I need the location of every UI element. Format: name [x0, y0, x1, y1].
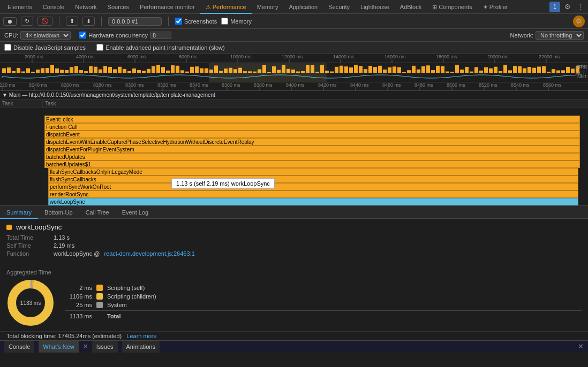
upload-button[interactable]: ⬆: [66, 17, 78, 26]
cpu-label: CPU:: [4, 32, 18, 39]
detail-panel: workLoopSync Total Time 1.13 s Self Time…: [0, 219, 588, 263]
screenshots-checkbox[interactable]: [175, 18, 182, 25]
tab-memory[interactable]: Memory: [252, 0, 284, 14]
flame-block[interactable]: performUnitOfWork: [133, 205, 216, 206]
refresh-record-button[interactable]: ↻: [21, 17, 33, 26]
breadcrumb-text: ▼ Main — http://0.0.0.0:150/user/managem…: [2, 92, 215, 98]
settings-icon[interactable]: ⚙: [562, 2, 573, 12]
options-row: Disable JavaScript samples Enable advanc…: [0, 42, 588, 53]
cpu-chart-label: CPU: [576, 64, 586, 70]
function-label: Function: [6, 250, 49, 257]
flame-block[interactable]: performUnitOfWork: [422, 205, 500, 206]
aggregated-row: 1133 ms 2 msScripting (self)1106 msScrip…: [6, 279, 582, 327]
timeline-ruler[interactable]: [0, 53, 588, 63]
status-tab-animations[interactable]: Animations: [122, 341, 160, 353]
flame-block[interactable]: performUnitOfWork: [48, 205, 131, 206]
flame-block[interactable]: Function Call: [44, 123, 580, 131]
gear-button[interactable]: ⚙: [573, 16, 585, 27]
legend-ms: 1106 ms: [65, 293, 92, 300]
cpu-select[interactable]: 4× slowdown No throttling 6× slowdown: [20, 31, 71, 40]
donut-chart: 1133 ms: [6, 279, 55, 327]
tab-summary[interactable]: Summary: [0, 206, 38, 219]
status-tab-console[interactable]: Console: [4, 341, 34, 353]
tab-console[interactable]: Console: [37, 0, 70, 14]
clear-button[interactable]: 🚫: [37, 17, 52, 26]
flame-block[interactable]: dispatchEvent: [44, 131, 580, 138]
network-label: Network:: [510, 32, 533, 39]
mini-chart[interactable]: CPU NET: [0, 63, 588, 82]
aggregated-section: Aggregated Time 1133 ms 2 msScripting (s…: [0, 263, 588, 331]
flame-block[interactable]: flushSyncCallbacks: [48, 175, 578, 183]
status-tab-whats-new[interactable]: What's New: [39, 341, 78, 353]
total-time-row: Total Time 1.13 s: [6, 234, 582, 241]
legend-row: 25 msSystem: [65, 302, 582, 308]
legend-ms: 1133 ms: [65, 313, 92, 319]
tab-network[interactable]: Network: [70, 0, 102, 14]
disable-js-checkbox[interactable]: [4, 44, 11, 51]
status-close-icon[interactable]: ✕: [578, 342, 584, 350]
flame-block[interactable]: performUnitOfWork: [552, 205, 579, 206]
total-time-value: 1.13 s: [54, 234, 70, 241]
record-button[interactable]: ⏺: [3, 17, 17, 26]
detail-title: workLoopSync: [6, 223, 582, 231]
tab-perf-monitor[interactable]: Performance monitor: [134, 0, 200, 14]
enable-paint-option[interactable]: Enable advanced paint instrumentation (s…: [96, 44, 225, 51]
tab-elements[interactable]: Elements: [2, 0, 37, 14]
tab-sources[interactable]: Sources: [102, 0, 134, 14]
screenshots-toggle[interactable]: Screenshots: [175, 18, 217, 25]
legend-name: Scripting (self): [107, 285, 145, 291]
self-time-label: Self Time: [6, 242, 49, 249]
tab-call-tree[interactable]: Call Tree: [79, 206, 116, 219]
download-button[interactable]: ⬇: [82, 17, 95, 26]
tab-components[interactable]: ⊞ Components: [427, 0, 477, 14]
flame-block[interactable]: Event: click: [44, 116, 580, 123]
whats-new-close[interactable]: ✕: [83, 343, 88, 350]
aggregated-title: Aggregated Time: [6, 269, 582, 276]
detail-color-swatch: [6, 225, 12, 230]
status-tab-issues[interactable]: Issues: [92, 341, 118, 353]
flame-blocks-container[interactable]: Event: clickFunction CalldispatchEventdi…: [0, 108, 588, 206]
disable-js-option[interactable]: Disable JavaScript samples: [4, 44, 86, 51]
tab-adblock[interactable]: AdBlock: [395, 0, 427, 14]
legend-row: 2 msScripting (self): [65, 285, 582, 291]
mini-chart-labels: CPU NET: [576, 64, 586, 76]
top-tabs: Elements Console Network Sources Perform…: [0, 0, 588, 14]
separator3: [168, 17, 169, 26]
flame-block[interactable]: batchedUpdates: [44, 153, 580, 160]
hardware-checkbox[interactable]: [79, 32, 86, 39]
tab-lighthouse[interactable]: Lighthouse: [355, 0, 395, 14]
tab-event-log[interactable]: Event Log: [116, 206, 155, 219]
self-time-row: Self Time 2.19 ms: [6, 242, 582, 249]
legend-ms: 25 ms: [65, 302, 92, 308]
tab-application[interactable]: Application: [283, 0, 323, 14]
memory-checkbox[interactable]: [221, 18, 228, 25]
legend-name: Scripting (children): [107, 293, 156, 300]
more-icon[interactable]: ⋮: [575, 2, 586, 12]
separator2: [101, 17, 102, 26]
bottom-tabs: Summary Bottom-Up Call Tree Event Log: [0, 206, 588, 219]
flame-block[interactable]: performUnitOfWork: [287, 205, 362, 206]
tab-security[interactable]: Security: [323, 0, 355, 14]
cpu-control: CPU: 4× slowdown No throttling 6× slowdo…: [4, 31, 71, 40]
flame-block[interactable]: flushSyncCallbacksOnlyInLegacyMode: [48, 168, 578, 175]
flame-block[interactable]: dispatchEventWithEnableCapturePhaseSelec…: [44, 138, 580, 146]
flame-block[interactable]: batchedUpdates$1: [44, 160, 580, 168]
tab-bottom-up[interactable]: Bottom-Up: [38, 206, 79, 219]
tab-count-badge[interactable]: 1: [549, 2, 560, 12]
flame-block[interactable]: renderRootSync: [48, 190, 578, 198]
zoomed-ruler[interactable]: [0, 82, 588, 91]
function-link[interactable]: react-dom.development.js:26463:1: [104, 250, 194, 257]
flame-block[interactable]: performSyncWorkOnRoot: [48, 183, 578, 190]
flame-block[interactable]: workLoopSync: [48, 198, 578, 205]
flame-block[interactable]: dispatchEventForPluginEventSystem: [44, 146, 580, 153]
memory-toggle[interactable]: Memory: [221, 18, 252, 25]
network-select[interactable]: No throttling Fast 3G Slow 3G: [536, 31, 584, 40]
tab-performance[interactable]: ⚠ Performance: [200, 0, 252, 14]
separator: [59, 17, 59, 26]
tab-profiler[interactable]: ✦ Profiler: [478, 0, 514, 14]
screenshots-label: Screenshots: [184, 18, 217, 25]
learn-more-link[interactable]: Learn more: [126, 333, 156, 339]
enable-paint-checkbox[interactable]: [96, 44, 103, 51]
hardware-value[interactable]: [150, 32, 171, 39]
blocking-time-label: Total blocking time: 17405.24ms (estimat…: [6, 333, 122, 339]
